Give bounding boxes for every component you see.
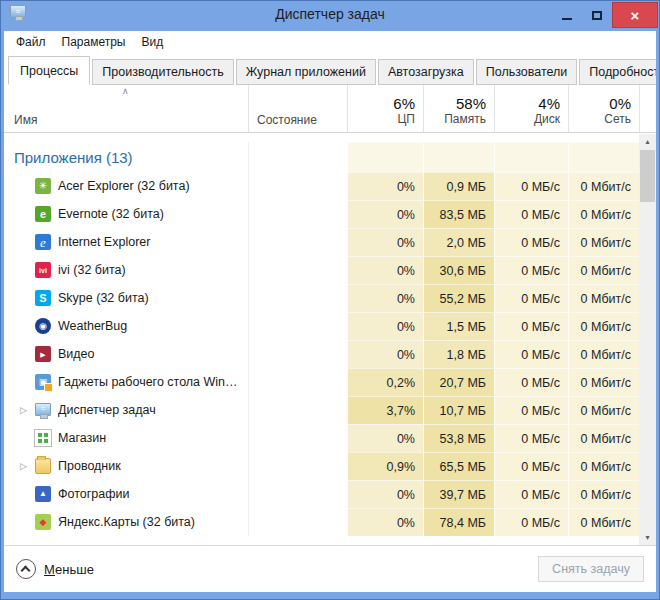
cpu-cell: 0,2%: [347, 368, 423, 396]
network-cell: 0 Мбит/с: [568, 396, 639, 424]
disk-cell: 0 МБ/с: [494, 340, 568, 368]
cpu-cell: 0%: [347, 508, 423, 536]
menu-file[interactable]: Файл: [8, 32, 54, 52]
network-cell: 0 Мбит/с: [568, 256, 639, 284]
maximize-button[interactable]: [582, 2, 612, 28]
process-row[interactable]: ▶Видео0%1,8 МБ0 МБ/с0 Мбит/с: [4, 340, 639, 368]
expand-arrow-icon[interactable]: ▷: [20, 405, 35, 415]
memory-cell: 1,8 МБ: [423, 340, 494, 368]
network-cell: 0 Мбит/с: [568, 508, 639, 536]
tab-performance[interactable]: Производительность: [92, 59, 233, 85]
disk-cell: 0 МБ/с: [494, 228, 568, 256]
vertical-scrollbar[interactable]: ▴ ▾: [639, 134, 656, 545]
internet-explorer-icon: e: [35, 234, 51, 250]
file-explorer-icon: [35, 458, 51, 474]
disk-cell: 0 МБ/с: [494, 480, 568, 508]
cpu-cell: [347, 142, 423, 172]
process-row[interactable]: ▲Фотографии0%39,7 МБ0 МБ/с0 Мбит/с: [4, 480, 639, 508]
process-name: Skype (32 бита): [58, 291, 155, 305]
process-row[interactable]: SSkype (32 бита)0%55,2 МБ0 МБ/с0 Мбит/с: [4, 284, 639, 312]
process-row[interactable]: ▷≈Диспетчер задач3,7%10,7 МБ0 МБ/с0 Мбит…: [4, 396, 639, 424]
process-name: ivi (32 бита): [58, 263, 132, 277]
expand-arrow-icon[interactable]: ▷: [20, 461, 35, 471]
network-cell: 0 Мбит/с: [568, 284, 639, 312]
process-row[interactable]: iviivi (32 бита)0%30,6 МБ0 МБ/с0 Мбит/с: [4, 256, 639, 284]
window-body: ФайлПараметрыВид ПроцессыПроизводительно…: [4, 31, 656, 592]
process-row[interactable]: ▣Гаджеты рабочего стола Wind...0,2%20,7 …: [4, 368, 639, 396]
process-row[interactable]: ✳Acer Explorer (32 бита)0%0,9 МБ0 МБ/с0 …: [4, 172, 639, 200]
memory-cell: 83,5 МБ: [423, 200, 494, 228]
status-cell: [248, 228, 347, 256]
column-header-status-label: Состояние: [257, 113, 317, 127]
process-row[interactable]: eInternet Explorer0%2,0 МБ0 МБ/с0 Мбит/с: [4, 228, 639, 256]
process-name: Internet Explorer: [58, 235, 156, 249]
cpu-column-label: ЦП: [397, 112, 415, 127]
footer-bar: Меньше Снять задачу: [4, 545, 656, 592]
cpu-cell: 0%: [347, 312, 423, 340]
fewer-details-button[interactable]: Меньше: [16, 559, 94, 579]
scrollbar-thumb[interactable]: [640, 150, 655, 202]
tab-details[interactable]: Подробности: [579, 59, 656, 85]
weatherbug-icon: ◉: [35, 318, 51, 334]
cpu-cell: 0%: [347, 340, 423, 368]
process-name: Видео: [58, 347, 101, 361]
memory-cell: 65,5 МБ: [423, 452, 494, 480]
column-header-memory[interactable]: 58%Память: [423, 85, 494, 132]
scroll-down-icon: ▾: [645, 533, 649, 542]
process-group-header[interactable]: Приложения (13): [4, 142, 639, 172]
process-row[interactable]: ▷Проводник0,9%65,5 МБ0 МБ/с0 Мбит/с: [4, 452, 639, 480]
menu-view[interactable]: Вид: [133, 32, 171, 52]
tab-startup[interactable]: Автозагрузка: [378, 59, 474, 85]
skype-icon: S: [35, 290, 51, 306]
fewer-details-label: Меньше: [44, 562, 94, 577]
process-row[interactable]: ◆Яндекс.Карты (32 бита)0%78,4 МБ0 МБ/с0 …: [4, 508, 639, 536]
status-cell: [248, 256, 347, 284]
close-button[interactable]: ×: [612, 2, 658, 28]
network-cell: 0 Мбит/с: [568, 312, 639, 340]
status-cell: [248, 452, 347, 480]
cpu-cell: 0,9%: [347, 452, 423, 480]
video-app-icon: ▶: [35, 346, 51, 362]
tab-strip: ПроцессыПроизводительностьЖурнал приложе…: [4, 53, 656, 85]
cpu-cell: 0%: [347, 228, 423, 256]
end-task-button[interactable]: Снять задачу: [538, 556, 644, 582]
memory-cell: 78,4 МБ: [423, 508, 494, 536]
cpu-cell: 0%: [347, 424, 423, 452]
network-cell: 0 Мбит/с: [568, 200, 639, 228]
column-header-name[interactable]: ∧ Имя: [4, 85, 248, 132]
column-header-status[interactable]: Состояние: [248, 85, 347, 132]
scroll-down-button[interactable]: ▾: [639, 530, 656, 545]
column-header-cpu[interactable]: 6%ЦП: [347, 85, 423, 132]
process-name: Диспетчер задач: [58, 403, 162, 417]
minimize-button[interactable]: [552, 2, 582, 28]
memory-cell: 55,2 МБ: [423, 284, 494, 312]
process-name: Магазин: [58, 431, 112, 445]
usage-column-headers: 6%ЦП58%Память4%Диск0%Сеть: [347, 85, 639, 132]
memory-cell: 0,9 МБ: [423, 172, 494, 200]
windows-store-icon: [35, 430, 51, 446]
memory-cell: [423, 142, 494, 172]
memory-cell: 53,8 МБ: [423, 424, 494, 452]
network-cell: 0 Мбит/с: [568, 340, 639, 368]
tab-users[interactable]: Пользователи: [476, 59, 578, 85]
photos-icon: ▲: [35, 486, 51, 502]
disk-cell: 0 МБ/с: [494, 256, 568, 284]
network-percent-value: 0%: [609, 95, 631, 112]
disk-cell: 0 МБ/с: [494, 424, 568, 452]
menu-options[interactable]: Параметры: [54, 32, 134, 52]
status-cell: [248, 396, 347, 424]
scroll-up-button[interactable]: ▴: [639, 134, 656, 149]
process-row[interactable]: ◉WeatherBug0%1,5 МБ0 МБ/с0 Мбит/с: [4, 312, 639, 340]
status-cell: [248, 200, 347, 228]
tab-processes[interactable]: Процессы: [8, 56, 90, 85]
column-header-network[interactable]: 0%Сеть: [568, 85, 639, 132]
tab-app-history[interactable]: Журнал приложений: [236, 59, 376, 85]
network-cell: 0 Мбит/с: [568, 172, 639, 200]
memory-cell: 30,6 МБ: [423, 256, 494, 284]
title-bar[interactable]: ≈ Диспетчер задач ×: [1, 1, 659, 31]
disk-cell: 0 МБ/с: [494, 396, 568, 424]
process-row[interactable]: eEvernote (32 бита)0%83,5 МБ0 МБ/с0 Мбит…: [4, 200, 639, 228]
process-row[interactable]: Магазин0%53,8 МБ0 МБ/с0 Мбит/с: [4, 424, 639, 452]
column-header-disk[interactable]: 4%Диск: [494, 85, 568, 132]
process-name: Acer Explorer (32 бита): [58, 179, 196, 193]
